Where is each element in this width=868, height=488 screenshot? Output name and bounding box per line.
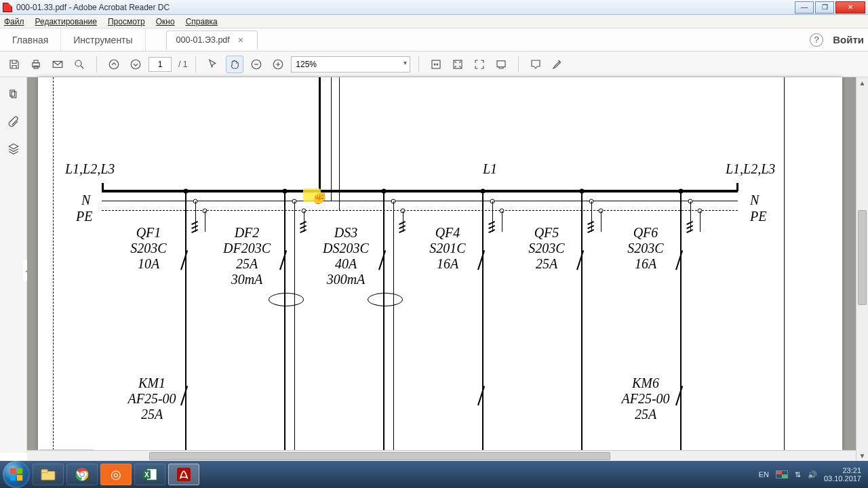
toolbar: / 1 <box>0 52 868 77</box>
tray-network-icon[interactable]: ⇅ <box>795 470 801 479</box>
tray-date[interactable]: 03.10.2017 <box>824 474 861 483</box>
svg-text:X: X <box>144 471 149 479</box>
help-icon[interactable]: ? <box>810 33 823 47</box>
pe-label-left: PE <box>76 209 92 224</box>
horizontal-scrollbar[interactable] <box>27 450 856 461</box>
print-icon[interactable] <box>27 56 45 73</box>
schematic-diagram: L1,L2,L3 L1 L1,L2,L3 N PE N PE ✊ <box>38 77 842 450</box>
zoom-out-icon[interactable] <box>248 56 265 73</box>
tab-close-icon[interactable]: × <box>238 35 243 45</box>
layers-icon[interactable] <box>6 141 21 156</box>
svg-rect-16 <box>10 475 16 481</box>
menu-bar: Файл Редактирование Просмотр Окно Справк… <box>0 15 868 28</box>
system-tray[interactable]: EN ⇅ 🔊 23:21 03.10.2017 <box>759 466 865 483</box>
search-icon[interactable] <box>71 56 88 73</box>
pe-label-right: PE <box>750 209 766 224</box>
svg-point-23 <box>80 472 84 476</box>
save-icon[interactable] <box>5 56 23 73</box>
bus-label-left: L1,L2,L3 <box>65 161 115 177</box>
zoom-in-icon[interactable] <box>269 56 287 73</box>
pdf-file-icon <box>3 3 12 12</box>
menu-file[interactable]: Файл <box>4 17 24 26</box>
tray-flag-icon[interactable] <box>776 470 788 479</box>
menu-window[interactable]: Окно <box>156 17 175 26</box>
taskbar-explorer[interactable] <box>33 464 64 485</box>
menu-help[interactable]: Справка <box>186 17 218 26</box>
taskbar-excel[interactable]: X <box>134 464 165 485</box>
tab-document[interactable]: 000-01.Э3.pdf × <box>166 30 258 49</box>
zoom-select[interactable] <box>291 56 410 73</box>
pdf-page: L1,L2,L3 L1 L1,L2,L3 N PE N PE ✊ <box>38 77 842 450</box>
comment-icon[interactable] <box>527 56 545 73</box>
svg-point-6 <box>131 60 140 69</box>
left-sidebar: ◂ <box>0 77 27 453</box>
tab-tools[interactable]: Инструменты <box>61 28 145 51</box>
svg-point-4 <box>75 60 81 66</box>
bus-label-mid: L1 <box>483 161 497 177</box>
window-close-button[interactable]: ✕ <box>835 1 865 14</box>
hand-cursor-icon: ✊ <box>312 192 326 205</box>
login-link[interactable]: Войти <box>833 34 864 45</box>
n-label-right: N <box>750 192 759 208</box>
window-maximize-button[interactable]: ❐ <box>815 1 834 14</box>
svg-rect-17 <box>17 475 22 481</box>
document-viewport[interactable]: L1,L2,L3 L1 L1,L2,L3 N PE N PE ✊ <box>27 77 856 461</box>
select-tool-icon[interactable] <box>204 56 222 73</box>
svg-rect-27 <box>177 468 191 481</box>
page-total-label: / 1 <box>178 60 187 69</box>
tray-time[interactable]: 23:21 <box>824 466 861 474</box>
attachments-icon[interactable] <box>6 114 21 129</box>
page-up-icon[interactable] <box>105 56 123 73</box>
acrobat-tabbar: Главная Инструменты 000-01.Э3.pdf × ? Во… <box>0 28 868 52</box>
vertical-scrollbar[interactable]: ▲ ▼ <box>856 77 868 461</box>
svg-rect-13 <box>12 92 16 98</box>
page-number-input[interactable] <box>149 57 172 72</box>
highlight-icon[interactable] <box>549 56 566 73</box>
bus-label-right: L1,L2,L3 <box>726 161 775 177</box>
taskbar-app-orange[interactable]: ◎ <box>100 464 132 485</box>
window-title: 000-01.33.pdf - Adobe Acrobat Reader DC <box>16 3 170 12</box>
thumbnails-icon[interactable] <box>6 87 21 102</box>
svg-rect-15 <box>17 468 22 474</box>
fit-width-icon[interactable] <box>427 56 445 73</box>
window-titlebar: 000-01.33.pdf - Adobe Acrobat Reader DC … <box>0 0 868 15</box>
svg-rect-14 <box>10 468 16 474</box>
taskbar-acrobat[interactable] <box>168 464 199 485</box>
windows-taskbar: ◎ X EN ⇅ 🔊 23:21 03.10.2017 <box>0 461 868 488</box>
taskbar-chrome[interactable] <box>66 464 98 485</box>
start-button[interactable] <box>3 461 30 488</box>
window-minimize-button[interactable]: — <box>795 1 814 14</box>
email-icon[interactable] <box>49 56 66 73</box>
tab-home[interactable]: Главная <box>0 28 61 51</box>
svg-rect-12 <box>9 90 14 96</box>
n-label-left: N <box>81 192 90 208</box>
tray-volume-icon[interactable]: 🔊 <box>808 470 817 479</box>
fit-page-icon[interactable] <box>449 56 467 73</box>
tray-lang[interactable]: EN <box>759 470 769 479</box>
svg-rect-19 <box>41 470 47 473</box>
svg-rect-1 <box>34 60 38 63</box>
svg-rect-11 <box>497 60 505 66</box>
tab-document-label: 000-01.Э3.pdf <box>176 35 230 45</box>
read-mode-icon[interactable] <box>492 56 510 73</box>
menu-edit[interactable]: Редактирование <box>35 17 97 26</box>
fullscreen-icon[interactable] <box>471 56 488 73</box>
page-down-icon[interactable] <box>127 56 144 73</box>
menu-view[interactable]: Просмотр <box>108 17 145 26</box>
svg-point-5 <box>109 60 119 69</box>
hand-tool-icon[interactable] <box>226 56 243 73</box>
